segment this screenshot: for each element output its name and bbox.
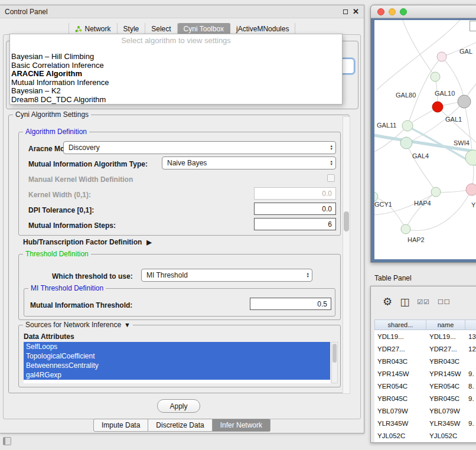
network-node[interactable] [402,120,413,131]
sources-group: Sources for Network Inference ▼ Data Att… [18,325,341,387]
which-threshold-value: MI Threshold [146,271,188,279]
select-all-icon[interactable]: ☑☑ [417,298,430,306]
kernel-width-input: 0.0 [254,187,336,200]
network-window-titlebar[interactable] [371,5,476,18]
float-window-icon[interactable] [343,9,348,14]
scrollbar-thumb[interactable] [344,211,349,231]
collapsed-arrow-icon[interactable]: ▶ [146,239,151,246]
node-table: shared...name YDL19...YDL19...13YDR27...… [374,319,476,442]
table-row[interactable]: YJL052CYJL052C [374,429,476,442]
tab-label: jActiveMNodules [236,25,289,33]
table-row[interactable]: YDL19...YDL19...13 [374,330,476,343]
table-cell: 9. [465,395,476,402]
network-node[interactable] [401,224,410,234]
apply-button[interactable]: Apply [157,399,200,413]
deselect-all-icon[interactable]: ☐☐ [438,298,451,306]
network-node[interactable] [437,52,446,61]
table-toolbar: ⚙ ◫ ☑☑ ☐☐ [371,286,476,317]
tab-style[interactable]: Style [118,23,146,35]
top-tabs: NetworkStyleSelectCyni ToolboxjActiveMNo… [0,23,364,35]
algorithm-dropdown-popup: Select algorithm to view settings Bayesi… [9,34,343,105]
algorithm-option[interactable]: Bayesian – Hill Climbing [10,53,342,61]
zoom-traffic-light-icon[interactable] [400,8,407,15]
attribute-item[interactable]: TopologicalCoefficient [24,351,330,361]
mi-threshold-input[interactable]: 0.5 [250,298,331,310]
network-node[interactable] [432,102,443,112]
network-node-label: Y [471,201,476,208]
network-node[interactable] [466,184,476,195]
network-graph[interactable]: GALGAL80GAL10GAL1GAL11SWI4GAL4GCY1HAP4YH… [374,20,476,259]
algorithm-option[interactable]: Basic Correlation Inference [10,61,342,70]
stepper-down-icon: ▼ [330,163,333,166]
network-canvas[interactable]: GALGAL80GAL10GAL1GAL11SWI4GAL4GCY1HAP4YH… [374,20,476,259]
settings-scrollbar[interactable] [343,116,350,394]
tab-discretize-data[interactable]: Discretize Data [148,419,212,432]
column-header[interactable]: shared... [374,319,426,330]
algorithm-option[interactable]: Mutual Information Inference [10,79,342,87]
attributes-scrollbar[interactable] [331,342,338,383]
network-node[interactable] [431,72,440,81]
network-node[interactable] [374,192,378,201]
network-edge [406,144,436,191]
table-cell: YBR045C [426,395,465,402]
tab-select[interactable]: Select [145,23,177,35]
table-row[interactable]: YBR043CYBR043C [374,355,476,367]
tab-cyni-toolbox[interactable]: Cyni Toolbox [178,23,230,35]
tab-infer-network[interactable]: Infer Network [213,419,270,432]
data-attributes-label: Data Attributes [24,332,74,341]
algorithm-option[interactable]: Dream8 DC_TDC Algorithm [10,96,342,105]
algorithm-option[interactable]: ARACNE Algorithm [10,70,342,79]
network-node[interactable] [465,150,476,165]
table-row[interactable]: YER054CYER054C8. [374,380,476,392]
network-edge [406,193,435,229]
dpi-tolerance-label: DPI Tolerance [0,1]: [28,206,94,214]
scrollbar-thumb[interactable] [332,344,337,363]
network-node[interactable] [431,187,441,197]
column-header[interactable] [465,319,476,330]
tab-network[interactable]: Network [69,23,118,35]
network-view-window: GALGAL80GAL10GAL1GAL11SWI4GAL4GCY1HAP4YH… [370,5,476,263]
table-row[interactable]: YBR045CYBR045C9. [374,392,476,405]
mi-steps-input[interactable]: 6 [254,218,336,230]
table-row[interactable]: YBL079WYBL079W [374,405,476,417]
attribute-item[interactable]: gal4RGexp [24,370,330,380]
attribute-item[interactable]: SelfLoops [24,342,330,351]
mi-type-label: Mutual Information Algorithm Type: [28,160,148,168]
table-row[interactable]: YDR27...YDR27...12 [374,343,476,355]
minimize-traffic-light-icon[interactable] [389,8,396,15]
mi-type-value: Naive Bayes [167,159,207,167]
aracne-mode-combobox[interactable]: Discovery ▲▼ [63,141,336,154]
network-node-label: SWI4 [454,139,470,146]
control-panel-title: Control Panel [5,8,48,16]
close-icon[interactable]: ✕ [353,8,359,15]
table-cell: 13 [465,333,476,340]
panel-dock-icon[interactable] [3,437,11,445]
mi-type-combobox[interactable]: Naive Bayes ▲▼ [162,156,336,169]
columns-icon[interactable]: ◫ [400,296,409,308]
column-header[interactable]: name [426,319,465,330]
network-node[interactable] [458,95,471,108]
algorithm-option[interactable]: Bayesian – K2 [10,87,342,96]
expanded-arrow-icon[interactable]: ▼ [124,321,131,328]
table-row[interactable]: YPR145WYPR145W9. [374,367,476,380]
tab-jactivemnodules[interactable]: jActiveMNodules [230,23,295,35]
which-threshold-combobox[interactable]: MI Threshold ▲▼ [141,269,312,282]
tab-label: Network [85,25,111,33]
table-row[interactable]: YLR345WYLR345W9. [374,417,476,429]
dpi-tolerance-input[interactable]: 0.0 [254,203,336,215]
control-panel-titlebar[interactable]: Control Panel ✕ [0,5,364,18]
hub-definition-label: Hub/Transcription Factor Definition [23,238,142,246]
network-node[interactable] [400,137,412,149]
hub-definition-section[interactable]: Hub/Transcription Factor Definition ▶ [23,238,152,246]
birdseye-toggle[interactable] [470,21,476,31]
gear-icon[interactable]: ⚙ [383,295,392,308]
manual-kernel-checkbox[interactable] [327,174,335,182]
algorithm-definition-group: Algorithm Definition Aracne Mode: Discov… [18,132,341,236]
attribute-item[interactable]: BetweennessCentrality [24,361,330,370]
tab-impute-data[interactable]: Impute Data [93,419,148,432]
network-node-label: GAL1 [445,116,462,123]
mi-threshold-group: MI Threshold Definition Mutual Informati… [24,288,335,317]
close-traffic-light-icon[interactable] [377,8,384,15]
data-attributes-list[interactable]: SelfLoopsTopologicalCoefficientBetweenne… [24,342,330,383]
table-cell: YLR345W [426,420,465,427]
